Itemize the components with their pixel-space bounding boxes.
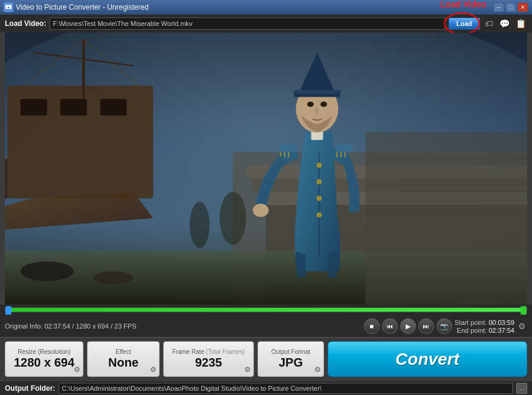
framerate-value: 9235	[195, 355, 222, 370]
framerate-control-box: Frame Rate (Total Frames) 9235 ⚙	[163, 341, 254, 377]
output-format-control-box: Output Format JPG ⚙	[258, 341, 324, 377]
play-button[interactable]: ▶	[400, 318, 416, 334]
timeline-thumb-left[interactable]	[5, 306, 11, 315]
window-controls: ─ □ ✕	[493, 2, 528, 12]
output-folder-input[interactable]	[59, 383, 512, 394]
convert-button[interactable]: Convert	[328, 341, 527, 377]
toolbar-icons: 🏷 💬 📋	[484, 19, 527, 28]
output-format-settings-button[interactable]: ⚙	[314, 365, 321, 374]
video-info: Original Info: 02:37:54 / 1280 x 694 / 2…	[5, 323, 362, 330]
window-title: Video to Picture Converter - Unregistere…	[16, 3, 493, 11]
resize-label: Resize (Resolution)	[18, 348, 70, 355]
timeline-track[interactable]	[5, 307, 527, 312]
snapshot-button[interactable]: 📷	[436, 318, 452, 334]
framerate-label: Frame Rate (Total Frames)	[172, 348, 245, 355]
transport-controls: ■ ⏮ ▶ ⏭ 📷	[364, 318, 452, 334]
load-video-row: Load Video: Load Video Load 🏷 💬 📋	[0, 14, 532, 33]
timeline-row	[0, 304, 532, 315]
load-label: Load Video:	[5, 19, 46, 28]
framerate-settings-button[interactable]: ⚙	[244, 365, 251, 374]
svg-rect-46	[5, 33, 527, 304]
load-video-hint: Load Video	[441, 0, 486, 9]
load-button-wrapper: Load Video Load	[449, 18, 480, 30]
browse-button[interactable]: ...	[516, 383, 527, 394]
timeline-thumb-right[interactable]	[521, 306, 527, 315]
timeline-fill	[5, 308, 527, 312]
time-info: Start point: 00:03:59 End point: 02:37:5…	[455, 319, 514, 334]
video-preview-area	[5, 33, 527, 304]
list-icon-button[interactable]: 📋	[514, 19, 527, 28]
start-point-label: Start point: 00:03:59	[455, 319, 514, 326]
effect-label: Effect	[115, 348, 131, 355]
end-point-label: End point: 02:37:54	[457, 327, 514, 334]
chat-icon-button[interactable]: 💬	[498, 19, 511, 28]
effect-value: None	[108, 355, 138, 370]
output-format-value: JPG	[279, 355, 303, 370]
output-format-label: Output Format	[271, 348, 310, 355]
maximize-button[interactable]: □	[505, 2, 516, 12]
output-folder-label: Output Folder:	[5, 384, 55, 393]
settings-gear-button[interactable]: ⚙	[517, 321, 527, 331]
close-button[interactable]: ✕	[517, 2, 528, 12]
bottom-controls: Resize (Resolution) 1280 x 694 ⚙ Effect …	[0, 337, 532, 381]
app-icon	[4, 2, 13, 12]
file-path-input[interactable]	[50, 18, 444, 30]
controls-row: Original Info: 02:37:54 / 1280 x 694 / 2…	[0, 315, 532, 337]
stop-button[interactable]: ■	[364, 318, 380, 334]
minimize-button[interactable]: ─	[493, 2, 504, 12]
effect-control-box: Effect None ⚙	[87, 341, 160, 377]
resize-value: 1280 x 694	[14, 355, 74, 370]
next-button[interactable]: ⏭	[418, 318, 434, 334]
resize-control-box: Resize (Resolution) 1280 x 694 ⚙	[5, 341, 83, 377]
effect-settings-button[interactable]: ⚙	[150, 365, 157, 374]
tag-icon-button[interactable]: 🏷	[484, 19, 495, 28]
output-folder-row: Output Folder: ...	[0, 381, 532, 395]
resize-settings-button[interactable]: ⚙	[74, 365, 80, 374]
load-button[interactable]: Load	[449, 18, 480, 30]
prev-button[interactable]: ⏮	[382, 318, 398, 334]
main-container: Load Video: Load Video Load 🏷 💬 📋	[0, 14, 532, 395]
